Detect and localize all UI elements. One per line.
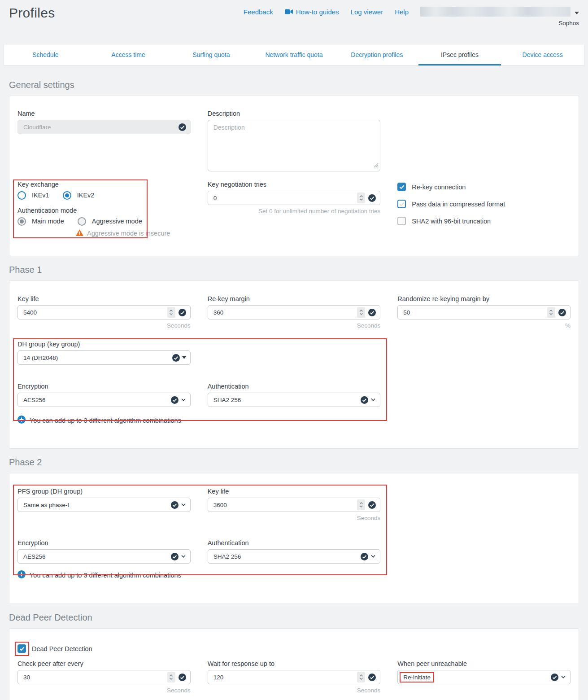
valid-check-icon (368, 501, 376, 509)
rekey-connection-checkbox[interactable] (397, 183, 406, 191)
phase1-key-life-unit: Seconds (17, 322, 191, 329)
dpd-wait-response-input[interactable] (208, 674, 357, 681)
phase2-authentication-select[interactable]: SHA2 256 (208, 549, 381, 564)
radio-ikev2[interactable] (63, 191, 71, 200)
dpd-check-peer-field: Check peer after every Seconds (17, 660, 191, 694)
plus-circle-icon[interactable] (17, 570, 26, 580)
valid-check-icon (171, 553, 179, 560)
page-title: Profiles (9, 5, 55, 21)
option-checkboxes: Re-key connection Pass data in compresse… (397, 183, 571, 237)
phase1-rekey-margin-label: Re-key margin (208, 295, 381, 302)
key-negotiation-input[interactable] (208, 195, 357, 201)
phase1-randomize-margin-field: Randomize re-keying margin by % (397, 295, 571, 329)
number-stepper[interactable] (357, 499, 365, 510)
valid-check-icon (558, 309, 566, 316)
chevron-down-icon (181, 398, 186, 402)
phase1-rekey-margin-input[interactable] (208, 309, 357, 316)
number-stepper[interactable] (357, 192, 365, 203)
name-input[interactable] (18, 124, 179, 131)
phase1-encryption-select[interactable]: AES256 (17, 393, 191, 407)
howto-guides-label: How-to guides (296, 8, 339, 16)
dpd-enable-checkbox[interactable] (17, 644, 26, 653)
phase2-authentication-field: Authentication SHA2 256 (208, 539, 381, 564)
phase1-dh-group-select[interactable]: 14 (DH2048) (17, 350, 191, 365)
phase2-pfs-group-label: PFS group (DH group) (17, 488, 191, 495)
tab-access-time[interactable]: Access time (87, 44, 170, 65)
sha2-truncation-row[interactable]: SHA2 with 96-bit truncation (397, 217, 571, 225)
phase1-key-life-input[interactable] (18, 309, 167, 316)
phase2-key-life-input[interactable] (208, 502, 357, 508)
sha2-truncation-checkbox[interactable] (397, 217, 406, 225)
log-viewer-link[interactable]: Log viewer (351, 8, 383, 16)
number-stepper[interactable] (357, 307, 365, 318)
phase2-card: PFS group (DH group) Same as phase-I Key… (9, 473, 579, 604)
compressed-format-label: Pass data in compressed format (412, 201, 505, 208)
valid-check-icon (361, 396, 368, 404)
tab-network-traffic-quota[interactable]: Network traffic quota (253, 44, 335, 65)
number-stepper[interactable] (547, 307, 555, 318)
key-negotiation-input-wrap (208, 191, 381, 205)
compressed-format-checkbox[interactable] (397, 200, 406, 208)
description-field: Description (208, 110, 381, 171)
dpd-check-peer-input[interactable] (18, 674, 167, 681)
compressed-format-row[interactable]: Pass data in compressed format (397, 200, 571, 208)
valid-check-icon (551, 674, 558, 681)
phase2-encryption-select[interactable]: AES256 (17, 549, 191, 564)
phase1-add-note-text: You can add up to 3 different algorithm … (30, 417, 181, 424)
dpd-when-unreachable-select[interactable]: Re-initiate (397, 670, 571, 684)
tab-schedule[interactable]: Schedule (4, 44, 87, 65)
dpd-check-peer-unit: Seconds (17, 687, 191, 694)
rekey-connection-row[interactable]: Re-key connection (397, 183, 571, 191)
rekey-connection-label: Re-key connection (412, 184, 466, 191)
dpd-enable-row[interactable]: Dead Peer Detection (17, 644, 571, 653)
phase1-authentication-select[interactable]: SHA2 256 (208, 393, 381, 407)
video-camera-icon (285, 8, 293, 16)
help-link[interactable]: Help (395, 8, 409, 16)
chevron-down-icon (181, 555, 186, 558)
number-stepper[interactable] (167, 307, 175, 318)
caret-down-icon (182, 356, 186, 359)
radio-main-mode[interactable] (17, 217, 26, 226)
account-menu[interactable] (420, 7, 579, 17)
radio-ikev1[interactable] (17, 191, 26, 200)
name-field: Name (17, 110, 191, 171)
valid-check-icon (361, 553, 368, 560)
phase1-encryption-label: Encryption (17, 383, 191, 390)
general-settings-card: Name Description Key exchange (9, 96, 579, 256)
dpd-check-peer-label: Check peer after every (17, 660, 191, 667)
phase1-authentication-label: Authentication (208, 383, 381, 390)
radio-ikev2-label: IKEv2 (77, 192, 95, 199)
phase2-add-combination[interactable]: You can add up to 3 different algorithm … (17, 570, 571, 580)
key-exchange-options: IKEv1 IKEv2 (17, 191, 191, 200)
tab-device-access[interactable]: Device access (501, 44, 584, 65)
resize-grip-icon[interactable] (374, 162, 379, 170)
tab-ipsec-profiles[interactable]: IPsec profiles (418, 44, 501, 65)
number-stepper[interactable] (357, 672, 365, 682)
phase1-authentication-field: Authentication SHA2 256 (208, 383, 381, 407)
header-nav: Feedback How-to guides Log viewer Help (244, 7, 579, 17)
plus-circle-icon[interactable] (17, 416, 26, 425)
phase1-add-combination[interactable]: You can add up to 3 different algorithm … (17, 416, 571, 425)
radio-aggressive-mode[interactable] (78, 217, 86, 226)
phase2-key-life-field: Key life Seconds (208, 488, 381, 521)
phase1-dh-group-label: DH group (key group) (17, 341, 191, 348)
phase1-heading: Phase 1 (9, 265, 579, 275)
description-textarea[interactable] (208, 120, 381, 171)
tab-decryption-profiles[interactable]: Decryption profiles (335, 44, 418, 65)
number-stepper[interactable] (167, 672, 175, 682)
phase1-randomize-margin-input[interactable] (398, 309, 547, 316)
dpd-wait-response-label: Wait for response up to (208, 660, 381, 667)
dpd-wait-response-field: Wait for response up to Seconds (208, 660, 381, 694)
howto-guides-link[interactable]: How-to guides (285, 8, 339, 16)
feedback-link[interactable]: Feedback (244, 8, 273, 16)
phase1-randomize-margin-label: Randomize re-keying margin by (397, 295, 571, 302)
valid-check-icon (368, 309, 376, 316)
tab-bar: Schedule Access time Surfing quota Netwo… (4, 44, 584, 66)
tab-surfing-quota[interactable]: Surfing quota (170, 44, 253, 65)
dpd-heading: Dead Peer Detection (9, 612, 579, 623)
phase2-heading: Phase 2 (9, 457, 579, 468)
dpd-card: Dead Peer Detection Check peer after eve… (9, 628, 579, 700)
warning-triangle-icon (76, 229, 83, 237)
phase2-pfs-group-select[interactable]: Same as phase-I (17, 498, 191, 512)
phase1-card: Key life Seconds Re-key margin Seconds R… (9, 280, 579, 449)
